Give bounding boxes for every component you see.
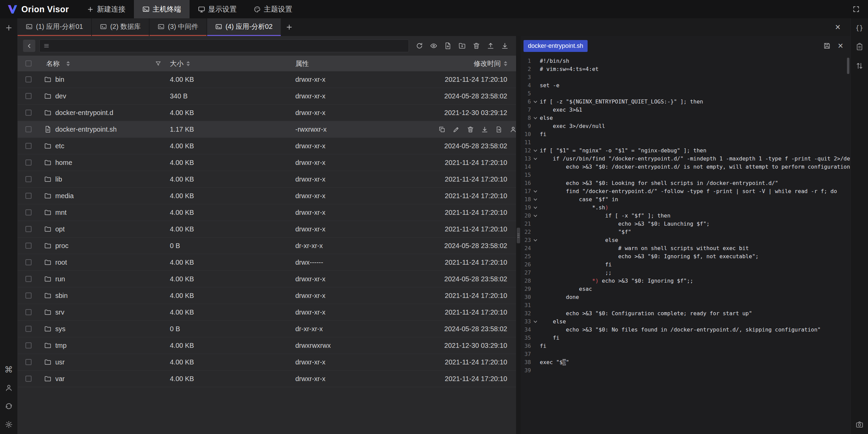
editor-file-tab[interactable]: docker-entrypoint.sh xyxy=(524,40,588,52)
close-panel-button[interactable]: × xyxy=(831,21,844,33)
sort-size-icon[interactable] xyxy=(186,61,190,66)
plus-icon[interactable] xyxy=(3,22,15,33)
upload-icon[interactable] xyxy=(484,40,497,52)
file-name[interactable]: media xyxy=(55,192,74,200)
fold-icon[interactable] xyxy=(531,236,540,244)
download-icon[interactable] xyxy=(498,40,511,52)
path-list-icon[interactable] xyxy=(43,43,50,49)
close-icon[interactable]: × xyxy=(835,40,846,52)
terminal-tab[interactable]: (4) 应用-分析02 xyxy=(207,18,281,36)
table-row[interactable]: dev340 Bdrwxr-xr-x2024-05-28 23:58:02 xyxy=(18,88,516,105)
clipboard-icon[interactable] xyxy=(854,41,865,52)
add-tab-button[interactable] xyxy=(283,21,296,33)
table-row[interactable]: var4.00 KBdrwxr-xr-x2021-11-24 17:20:10 xyxy=(18,371,516,387)
row-checkbox[interactable] xyxy=(25,193,32,199)
file-name[interactable]: tmp xyxy=(55,342,66,350)
code-editor[interactable]: 1#!/bin/sh2# vim:sw=4:ts=4:et34set -e56i… xyxy=(521,56,850,434)
download-icon[interactable] xyxy=(480,125,489,133)
menu-item[interactable]: 主机终端 xyxy=(134,0,190,18)
user-icon[interactable] xyxy=(3,382,15,393)
back-button[interactable] xyxy=(23,40,35,52)
row-checkbox[interactable] xyxy=(25,93,32,99)
table-row[interactable]: srv4.00 KBdrwxr-xr-x2021-11-24 17:20:10 xyxy=(18,304,516,321)
file-name[interactable]: docker-entrypoint.d xyxy=(55,109,113,117)
chmod-icon[interactable] xyxy=(509,125,516,133)
fullscreen-icon[interactable] xyxy=(850,3,863,15)
table-row[interactable]: sbin4.00 KBdrwxr-xr-x2021-11-24 17:20:10 xyxy=(18,287,516,304)
eye-icon[interactable] xyxy=(427,40,440,52)
column-size[interactable]: 大小 xyxy=(170,59,183,68)
editor-scrollbar[interactable] xyxy=(847,58,849,74)
save-icon[interactable] xyxy=(821,40,833,52)
row-checkbox[interactable] xyxy=(25,110,32,116)
terminal-tab[interactable]: (3) 中间件 xyxy=(150,18,206,36)
file-name[interactable]: mnt xyxy=(55,209,66,216)
copy-icon[interactable] xyxy=(438,125,446,133)
fold-icon[interactable] xyxy=(531,187,540,195)
splitter-grip[interactable] xyxy=(517,228,520,243)
row-checkbox[interactable] xyxy=(25,243,32,249)
row-checkbox[interactable] xyxy=(25,342,32,348)
sort-mtime-icon[interactable] xyxy=(504,61,507,66)
table-row[interactable]: home4.00 KBdrwxr-xr-x2021-11-24 17:20:10 xyxy=(18,154,516,171)
panel-splitter[interactable] xyxy=(516,36,521,434)
edit-icon[interactable] xyxy=(452,125,460,133)
row-checkbox[interactable] xyxy=(25,376,32,382)
fold-icon[interactable] xyxy=(531,195,540,204)
fold-icon[interactable] xyxy=(531,318,540,326)
table-row[interactable]: bin4.00 KBdrwxr-xr-x2021-11-24 17:20:10 xyxy=(18,71,516,88)
select-all-checkbox[interactable] xyxy=(25,60,32,67)
row-checkbox[interactable] xyxy=(25,143,32,149)
swap-icon[interactable] xyxy=(854,60,865,71)
table-row[interactable]: docker-entrypoint.d4.00 KBdrwxr-xr-x2021… xyxy=(18,105,516,121)
fold-icon[interactable] xyxy=(531,98,540,106)
row-checkbox[interactable] xyxy=(25,176,32,182)
file-name[interactable]: sbin xyxy=(55,292,68,300)
table-row[interactable]: mnt4.00 KBdrwxr-xr-x2021-11-24 17:20:10 xyxy=(18,204,516,221)
file-name[interactable]: bin xyxy=(55,76,64,83)
column-name[interactable]: 名称 xyxy=(46,59,60,68)
row-checkbox[interactable] xyxy=(25,76,32,82)
column-mtime[interactable]: 修改时间 xyxy=(474,59,501,68)
app-logo[interactable]: Orion Visor xyxy=(0,4,78,14)
file-name[interactable]: home xyxy=(55,159,72,167)
terminal-tab[interactable]: (2) 数据库 xyxy=(92,18,149,36)
row-checkbox[interactable] xyxy=(25,126,32,132)
table-row[interactable]: sys0 Bdr-xr-xr-x2024-05-28 23:58:02 xyxy=(18,321,516,337)
row-checkbox[interactable] xyxy=(25,293,32,299)
fold-icon[interactable] xyxy=(531,114,540,122)
fold-icon[interactable] xyxy=(531,155,540,163)
terminal-tab[interactable]: (1) 应用-分析01 xyxy=(18,18,91,36)
file-name[interactable]: root xyxy=(55,259,67,266)
row-checkbox[interactable] xyxy=(25,259,32,265)
row-checkbox[interactable] xyxy=(25,276,32,282)
sync-icon[interactable] xyxy=(3,401,15,412)
camera-icon[interactable] xyxy=(854,419,865,430)
refresh-icon[interactable] xyxy=(413,40,426,52)
menu-item[interactable]: 主题设置 xyxy=(245,0,301,18)
row-checkbox[interactable] xyxy=(25,309,32,315)
folder-plus-icon[interactable] xyxy=(456,40,469,52)
row-checkbox[interactable] xyxy=(25,226,32,232)
file-name[interactable]: srv xyxy=(55,308,64,316)
command-icon[interactable]: ⌘ xyxy=(3,364,15,375)
file-name[interactable]: sys xyxy=(55,325,65,333)
file-name[interactable]: dev xyxy=(55,92,66,100)
table-row[interactable]: media4.00 KBdrwxr-xr-x2021-11-24 17:20:1… xyxy=(18,188,516,204)
table-row[interactable]: docker-entrypoint.sh1.17 KB-rwxrwxr-x xyxy=(18,121,516,138)
file-name[interactable]: etc xyxy=(55,142,64,150)
fold-icon[interactable] xyxy=(531,147,540,155)
row-checkbox[interactable] xyxy=(25,209,32,215)
gear-icon[interactable] xyxy=(3,419,15,430)
table-row[interactable]: lib4.00 KBdrwxr-xr-x2021-11-24 17:20:10 xyxy=(18,171,516,188)
sort-name-icon[interactable] xyxy=(66,61,70,66)
fold-icon[interactable] xyxy=(531,212,540,220)
file-name[interactable]: var xyxy=(55,375,65,383)
row-checkbox[interactable] xyxy=(25,359,32,365)
braces-icon[interactable]: {} xyxy=(854,22,865,33)
file-name[interactable]: run xyxy=(55,275,65,283)
filter-icon[interactable] xyxy=(152,57,164,70)
move-icon[interactable] xyxy=(495,125,503,133)
row-checkbox[interactable] xyxy=(25,326,32,332)
table-row[interactable]: root4.00 KBdrwx------2021-11-24 17:20:10 xyxy=(18,254,516,271)
